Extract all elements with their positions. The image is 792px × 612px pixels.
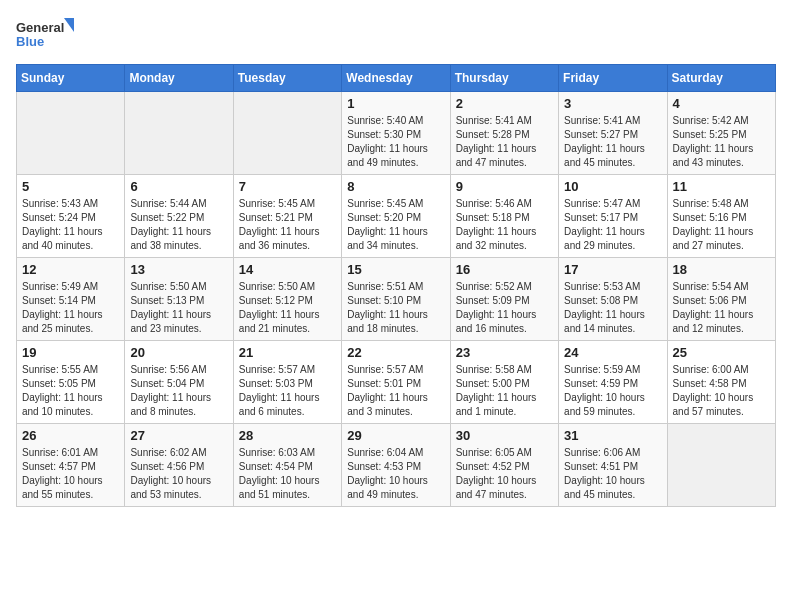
calendar-cell: 24Sunrise: 5:59 AM Sunset: 4:59 PM Dayli… — [559, 341, 667, 424]
day-number: 15 — [347, 262, 444, 277]
calendar-cell: 9Sunrise: 5:46 AM Sunset: 5:18 PM Daylig… — [450, 175, 558, 258]
day-info: Sunrise: 5:58 AM Sunset: 5:00 PM Dayligh… — [456, 363, 553, 419]
day-number: 8 — [347, 179, 444, 194]
day-number: 26 — [22, 428, 119, 443]
day-info: Sunrise: 6:06 AM Sunset: 4:51 PM Dayligh… — [564, 446, 661, 502]
day-info: Sunrise: 5:50 AM Sunset: 5:12 PM Dayligh… — [239, 280, 336, 336]
day-info: Sunrise: 5:43 AM Sunset: 5:24 PM Dayligh… — [22, 197, 119, 253]
day-number: 1 — [347, 96, 444, 111]
day-number: 30 — [456, 428, 553, 443]
calendar-cell: 12Sunrise: 5:49 AM Sunset: 5:14 PM Dayli… — [17, 258, 125, 341]
day-number: 6 — [130, 179, 227, 194]
day-info: Sunrise: 5:50 AM Sunset: 5:13 PM Dayligh… — [130, 280, 227, 336]
calendar-cell: 18Sunrise: 5:54 AM Sunset: 5:06 PM Dayli… — [667, 258, 775, 341]
svg-text:Blue: Blue — [16, 34, 44, 49]
day-number: 3 — [564, 96, 661, 111]
day-info: Sunrise: 6:05 AM Sunset: 4:52 PM Dayligh… — [456, 446, 553, 502]
calendar-cell: 4Sunrise: 5:42 AM Sunset: 5:25 PM Daylig… — [667, 92, 775, 175]
calendar-cell: 1Sunrise: 5:40 AM Sunset: 5:30 PM Daylig… — [342, 92, 450, 175]
day-info: Sunrise: 5:59 AM Sunset: 4:59 PM Dayligh… — [564, 363, 661, 419]
header-day-tuesday: Tuesday — [233, 65, 341, 92]
day-info: Sunrise: 5:46 AM Sunset: 5:18 PM Dayligh… — [456, 197, 553, 253]
header-day-saturday: Saturday — [667, 65, 775, 92]
day-number: 19 — [22, 345, 119, 360]
calendar-table: SundayMondayTuesdayWednesdayThursdayFrid… — [16, 64, 776, 507]
week-row-4: 19Sunrise: 5:55 AM Sunset: 5:05 PM Dayli… — [17, 341, 776, 424]
day-number: 7 — [239, 179, 336, 194]
day-number: 4 — [673, 96, 770, 111]
logo-svg: GeneralBlue — [16, 16, 76, 52]
day-number: 22 — [347, 345, 444, 360]
calendar-cell: 15Sunrise: 5:51 AM Sunset: 5:10 PM Dayli… — [342, 258, 450, 341]
week-row-3: 12Sunrise: 5:49 AM Sunset: 5:14 PM Dayli… — [17, 258, 776, 341]
day-info: Sunrise: 5:48 AM Sunset: 5:16 PM Dayligh… — [673, 197, 770, 253]
svg-marker-2 — [64, 18, 74, 32]
calendar-cell: 2Sunrise: 5:41 AM Sunset: 5:28 PM Daylig… — [450, 92, 558, 175]
calendar-cell: 14Sunrise: 5:50 AM Sunset: 5:12 PM Dayli… — [233, 258, 341, 341]
calendar-cell: 31Sunrise: 6:06 AM Sunset: 4:51 PM Dayli… — [559, 424, 667, 507]
logo: GeneralBlue — [16, 16, 76, 52]
day-info: Sunrise: 6:02 AM Sunset: 4:56 PM Dayligh… — [130, 446, 227, 502]
day-number: 24 — [564, 345, 661, 360]
calendar-cell — [667, 424, 775, 507]
calendar-cell: 11Sunrise: 5:48 AM Sunset: 5:16 PM Dayli… — [667, 175, 775, 258]
calendar-cell — [125, 92, 233, 175]
week-row-5: 26Sunrise: 6:01 AM Sunset: 4:57 PM Dayli… — [17, 424, 776, 507]
day-number: 20 — [130, 345, 227, 360]
day-number: 11 — [673, 179, 770, 194]
day-info: Sunrise: 5:44 AM Sunset: 5:22 PM Dayligh… — [130, 197, 227, 253]
day-info: Sunrise: 5:42 AM Sunset: 5:25 PM Dayligh… — [673, 114, 770, 170]
calendar-cell: 22Sunrise: 5:57 AM Sunset: 5:01 PM Dayli… — [342, 341, 450, 424]
calendar-cell: 20Sunrise: 5:56 AM Sunset: 5:04 PM Dayli… — [125, 341, 233, 424]
header-day-monday: Monday — [125, 65, 233, 92]
day-number: 21 — [239, 345, 336, 360]
week-row-2: 5Sunrise: 5:43 AM Sunset: 5:24 PM Daylig… — [17, 175, 776, 258]
day-number: 23 — [456, 345, 553, 360]
day-number: 17 — [564, 262, 661, 277]
day-info: Sunrise: 6:00 AM Sunset: 4:58 PM Dayligh… — [673, 363, 770, 419]
day-number: 13 — [130, 262, 227, 277]
day-info: Sunrise: 5:54 AM Sunset: 5:06 PM Dayligh… — [673, 280, 770, 336]
day-info: Sunrise: 5:41 AM Sunset: 5:27 PM Dayligh… — [564, 114, 661, 170]
day-number: 2 — [456, 96, 553, 111]
day-info: Sunrise: 5:49 AM Sunset: 5:14 PM Dayligh… — [22, 280, 119, 336]
calendar-cell: 10Sunrise: 5:47 AM Sunset: 5:17 PM Dayli… — [559, 175, 667, 258]
calendar-cell: 28Sunrise: 6:03 AM Sunset: 4:54 PM Dayli… — [233, 424, 341, 507]
day-number: 31 — [564, 428, 661, 443]
day-info: Sunrise: 6:04 AM Sunset: 4:53 PM Dayligh… — [347, 446, 444, 502]
calendar-cell: 17Sunrise: 5:53 AM Sunset: 5:08 PM Dayli… — [559, 258, 667, 341]
header-day-thursday: Thursday — [450, 65, 558, 92]
day-info: Sunrise: 5:52 AM Sunset: 5:09 PM Dayligh… — [456, 280, 553, 336]
calendar-cell: 25Sunrise: 6:00 AM Sunset: 4:58 PM Dayli… — [667, 341, 775, 424]
day-number: 27 — [130, 428, 227, 443]
calendar-cell: 23Sunrise: 5:58 AM Sunset: 5:00 PM Dayli… — [450, 341, 558, 424]
calendar-cell: 13Sunrise: 5:50 AM Sunset: 5:13 PM Dayli… — [125, 258, 233, 341]
header-day-sunday: Sunday — [17, 65, 125, 92]
calendar-cell: 19Sunrise: 5:55 AM Sunset: 5:05 PM Dayli… — [17, 341, 125, 424]
day-info: Sunrise: 5:40 AM Sunset: 5:30 PM Dayligh… — [347, 114, 444, 170]
day-info: Sunrise: 5:45 AM Sunset: 5:21 PM Dayligh… — [239, 197, 336, 253]
calendar-cell: 26Sunrise: 6:01 AM Sunset: 4:57 PM Dayli… — [17, 424, 125, 507]
calendar-cell: 3Sunrise: 5:41 AM Sunset: 5:27 PM Daylig… — [559, 92, 667, 175]
day-number: 18 — [673, 262, 770, 277]
day-number: 10 — [564, 179, 661, 194]
day-number: 5 — [22, 179, 119, 194]
day-number: 25 — [673, 345, 770, 360]
header-day-wednesday: Wednesday — [342, 65, 450, 92]
calendar-header-row: SundayMondayTuesdayWednesdayThursdayFrid… — [17, 65, 776, 92]
calendar-cell: 7Sunrise: 5:45 AM Sunset: 5:21 PM Daylig… — [233, 175, 341, 258]
calendar-cell: 21Sunrise: 5:57 AM Sunset: 5:03 PM Dayli… — [233, 341, 341, 424]
day-info: Sunrise: 5:53 AM Sunset: 5:08 PM Dayligh… — [564, 280, 661, 336]
day-number: 12 — [22, 262, 119, 277]
day-info: Sunrise: 6:01 AM Sunset: 4:57 PM Dayligh… — [22, 446, 119, 502]
calendar-cell: 6Sunrise: 5:44 AM Sunset: 5:22 PM Daylig… — [125, 175, 233, 258]
day-number: 9 — [456, 179, 553, 194]
calendar-cell: 29Sunrise: 6:04 AM Sunset: 4:53 PM Dayli… — [342, 424, 450, 507]
svg-text:General: General — [16, 20, 64, 35]
calendar-cell: 30Sunrise: 6:05 AM Sunset: 4:52 PM Dayli… — [450, 424, 558, 507]
day-info: Sunrise: 5:45 AM Sunset: 5:20 PM Dayligh… — [347, 197, 444, 253]
day-info: Sunrise: 5:41 AM Sunset: 5:28 PM Dayligh… — [456, 114, 553, 170]
day-number: 29 — [347, 428, 444, 443]
calendar-cell — [17, 92, 125, 175]
day-info: Sunrise: 5:57 AM Sunset: 5:01 PM Dayligh… — [347, 363, 444, 419]
